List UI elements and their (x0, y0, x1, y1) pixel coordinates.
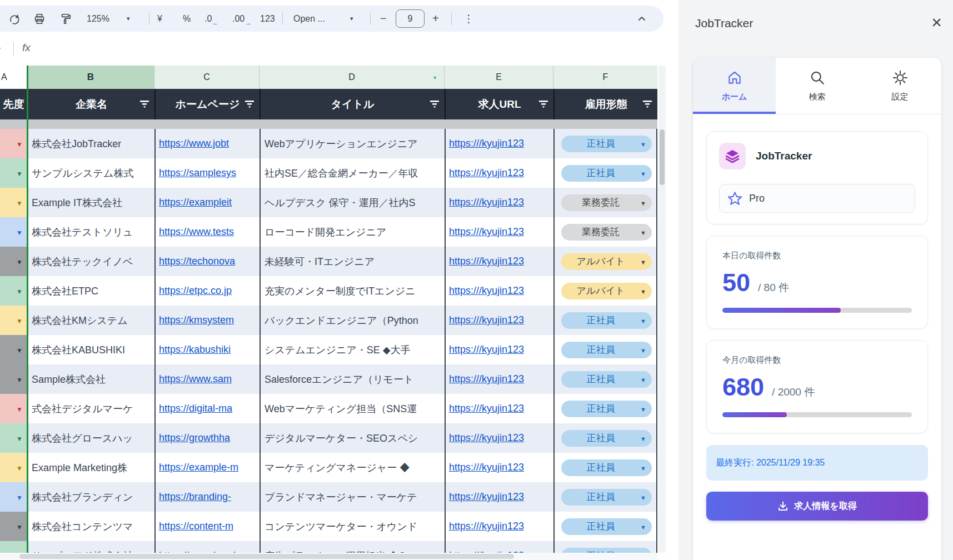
job-url-cell[interactable]: https:///kyujin123 (445, 482, 553, 512)
homepage-cell[interactable]: https://sample-ad (154, 541, 260, 553)
header-homepage[interactable]: ホームページ (154, 89, 260, 119)
homepage-cell[interactable]: https://branding- (154, 482, 260, 512)
homepage-link[interactable]: https://etpc.co.jp (159, 285, 232, 297)
print-icon[interactable] (33, 6, 46, 32)
title-cell[interactable]: ヘルプデスク 保守・運用／社内S (260, 188, 445, 217)
filter-icon[interactable] (429, 100, 440, 108)
job-url-link[interactable]: https:///kyujin123 (449, 314, 524, 326)
homepage-cell[interactable]: https://content-m (154, 512, 260, 541)
filter-icon[interactable] (139, 100, 150, 108)
title-cell[interactable]: バックエンドエンジニア（Python (260, 306, 445, 335)
employment-pill[interactable]: 正社員 (561, 136, 652, 152)
job-url-link[interactable]: https:///kyujin123 (449, 373, 524, 385)
scrollbar-thumb[interactable] (660, 129, 665, 185)
employment-cell[interactable]: アルバイト (553, 276, 657, 306)
header-job-url[interactable]: 求人URL (445, 89, 553, 119)
percent-format-button[interactable]: % (183, 6, 191, 32)
job-url-cell[interactable]: https:///kyujin123 (445, 423, 553, 453)
priority-cell[interactable] (0, 512, 27, 541)
employment-pill[interactable]: 正社員 (561, 342, 652, 358)
homepage-link[interactable]: https://exampleit (159, 197, 232, 208)
employment-pill[interactable]: 正社員 (561, 312, 652, 329)
company-cell[interactable]: 株式会社テストソリュ (27, 217, 154, 247)
homepage-link[interactable]: https://growthha (159, 432, 230, 444)
title-cell[interactable]: 未経験可・ITエンジニア (260, 247, 445, 276)
job-url-link[interactable]: https:///kyujin123 (449, 167, 524, 179)
decrease-font-size-button[interactable]: − (380, 6, 387, 32)
increase-decimal-button[interactable]: .00→ (232, 6, 245, 32)
header-company[interactable]: 企業名 (27, 89, 154, 119)
company-cell[interactable]: 株式会社テックイノベ (27, 247, 154, 276)
employment-cell[interactable]: 業務委託 (553, 217, 657, 247)
company-cell[interactable]: 株式会社KABUSHIKI (27, 335, 154, 364)
employment-pill[interactable]: 正社員 (561, 548, 652, 553)
company-cell[interactable]: 株式会社ブランディン (27, 482, 154, 512)
column-header-a[interactable]: A (0, 66, 27, 89)
more-options-icon[interactable]: ⋮ (463, 6, 474, 32)
priority-cell[interactable] (0, 335, 27, 364)
column-header-e[interactable]: E (445, 66, 553, 89)
homepage-link[interactable]: https://kabushiki (159, 344, 231, 356)
company-cell[interactable]: 株式会社コンテンツマ (27, 512, 154, 541)
homepage-cell[interactable]: https://samplesys (154, 158, 260, 188)
font-size-input[interactable]: 9 (396, 9, 425, 28)
job-url-link[interactable]: https:///kyujin123 (449, 432, 524, 444)
tab-search[interactable]: 検索 (776, 58, 859, 114)
header-employment[interactable]: 雇用形態 (553, 89, 657, 119)
column-header-d[interactable]: D▾ (260, 66, 445, 89)
job-url-cell[interactable]: https:///kyujin123 (445, 276, 553, 306)
employment-cell[interactable]: 正社員 (553, 482, 657, 512)
redo-icon[interactable] (8, 6, 20, 32)
priority-cell[interactable] (0, 482, 27, 512)
title-cell[interactable]: ローコード開発エンジニア (260, 217, 445, 247)
company-cell[interactable]: 式会社デジタルマーケ (27, 394, 154, 423)
title-cell[interactable]: 広告プランナー・運用担当 ◆Go (260, 541, 445, 553)
company-cell[interactable]: サンプルアド株式会社 (27, 541, 154, 553)
job-url-cell[interactable]: https:///kyujin123 (445, 188, 553, 217)
header-title[interactable]: タイトル (260, 89, 445, 119)
employment-pill[interactable]: 正社員 (561, 489, 652, 506)
employment-cell[interactable]: 正社員 (553, 453, 657, 482)
employment-pill[interactable]: 正社員 (561, 371, 652, 388)
job-url-cell[interactable]: https:///kyujin123 (445, 364, 553, 394)
title-cell[interactable]: コンテンツマーケター・オウンド (260, 512, 445, 541)
title-cell[interactable]: Salesforceエンジニア（リモート (260, 364, 445, 394)
priority-cell[interactable] (0, 364, 27, 394)
priority-cell[interactable] (0, 276, 27, 306)
priority-cell[interactable] (0, 423, 27, 453)
job-url-cell[interactable]: https:///kyujin123 (445, 158, 553, 188)
decrease-decimal-button[interactable]: .0← (204, 6, 212, 32)
collapse-toolbar-icon[interactable] (637, 6, 647, 32)
priority-cell[interactable] (0, 188, 27, 217)
priority-cell[interactable] (0, 306, 27, 335)
title-cell[interactable]: システムエンジニア・SE ◆大手 (260, 335, 445, 364)
increase-font-size-button[interactable]: + (432, 6, 439, 32)
employment-cell[interactable]: 正社員 (553, 423, 657, 453)
job-url-link[interactable]: https:///kyujin123 (449, 344, 524, 356)
title-cell[interactable]: Webマーケティング担当（SNS運 (260, 394, 445, 423)
job-url-link[interactable]: https:///kyujin123 (449, 285, 524, 297)
homepage-cell[interactable]: https://www.jobt (154, 129, 260, 158)
job-url-cell[interactable]: https:///kyujin123 (445, 306, 553, 335)
job-url-cell[interactable]: https:///kyujin123 (445, 394, 553, 423)
employment-cell[interactable]: 正社員 (553, 394, 657, 423)
employment-cell[interactable]: アルバイト (553, 247, 657, 276)
job-url-cell[interactable]: https:///kyujin123 (445, 247, 553, 276)
employment-pill[interactable]: 正社員 (561, 165, 652, 182)
priority-cell[interactable] (0, 541, 27, 553)
company-cell[interactable]: Example IT株式会社 (27, 188, 154, 217)
homepage-link[interactable]: https://content-m (159, 521, 233, 532)
homepage-link[interactable]: https://techonova (159, 256, 235, 267)
scrollbar-thumb[interactable] (19, 554, 514, 559)
employment-pill[interactable]: 業務委託 (561, 194, 652, 211)
filter-icon[interactable] (642, 100, 653, 108)
job-url-link[interactable]: https:///kyujin123 (449, 256, 524, 267)
homepage-cell[interactable]: https://exampleit (154, 188, 260, 217)
filter-icon[interactable] (538, 100, 549, 108)
title-cell[interactable]: 社内SE／総合金網メーカー／年収 (260, 158, 445, 188)
employment-pill[interactable]: 業務委託 (561, 224, 652, 241)
title-cell[interactable]: デジタルマーケター・SEOスペシ (260, 423, 445, 453)
employment-cell[interactable]: 正社員 (553, 129, 657, 158)
employment-cell[interactable]: 正社員 (553, 364, 657, 394)
title-cell[interactable]: ブランドマネージャー・マーケテ (260, 482, 445, 512)
